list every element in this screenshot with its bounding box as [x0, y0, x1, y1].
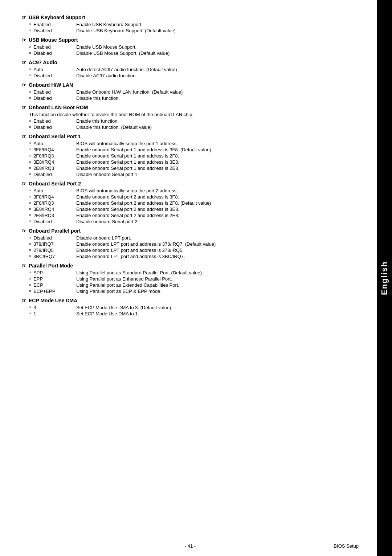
item-value-text: Enable onboard Serial port 2 and address…: [76, 207, 359, 212]
item-value-text: Using Parallel port as Extended Capabili…: [76, 282, 359, 288]
section-arrow-icon: ☞: [22, 60, 26, 65]
item-arrow-icon: »: [29, 124, 31, 129]
item-row: »DisabledDisable onboard Serial port 2.: [29, 219, 359, 224]
item-key: »ECP: [29, 282, 76, 288]
item-row: »DisabledDisable AC97 audio function.: [29, 73, 359, 78]
item-value-text: Enable onboard Serial port 1 and address…: [76, 147, 359, 152]
item-value-text: Enable onboard Serial port 1 and address…: [76, 165, 359, 171]
item-key: »Disabled: [29, 28, 76, 33]
item-arrow-icon: »: [29, 248, 31, 252]
item-key-text: Disabled: [33, 50, 52, 56]
item-row: »EnabledEnable USB Keyboard Support.: [29, 22, 359, 27]
item-key-text: EPP: [33, 276, 43, 282]
item-row: »278/IRQ5Enable onboard LPT port and add…: [29, 248, 359, 253]
section-title-text: ECP Mode Use DMA: [29, 298, 77, 303]
item-arrow-icon: »: [29, 165, 31, 170]
item-key: »2E8/IRQ3: [29, 213, 76, 218]
section-arrow-icon: ☞: [22, 298, 26, 303]
item-value-text: Disable this function. (Default value): [76, 124, 359, 130]
section-desc: This function decide whether to invoke t…: [29, 112, 359, 117]
section-arrow-icon: ☞: [22, 105, 26, 110]
item-row: »3E8/IRQ4Enable onboard Serial port 1 an…: [29, 159, 359, 165]
item-value-text: Set ECP Mode Use DMA to 3. (Default valu…: [76, 305, 359, 310]
section-title-text: Onboard H/W LAN: [29, 82, 73, 88]
item-key-text: 2E8/IRQ3: [33, 213, 54, 218]
item-key-text: 3F8/IRQ4: [33, 194, 54, 200]
item-arrow-icon: »: [29, 141, 31, 145]
item-row: »EnabledEnable USB Mouse Support.: [29, 44, 359, 50]
item-arrow-icon: »: [29, 282, 31, 287]
section-title-ac97-audio: ☞AC97 Audio: [22, 60, 359, 65]
item-value-text: Enable onboard LPT port and address is 3…: [76, 241, 359, 247]
item-arrow-icon: »: [29, 67, 31, 71]
item-key: »Disabled: [29, 235, 76, 241]
item-key-text: 3F8/IRQ4: [33, 147, 54, 152]
item-row: »DisabledDisable USB Keyboard Support. (…: [29, 28, 359, 33]
item-value-text: Disable USB Mouse Support. (Default valu…: [76, 50, 359, 56]
item-key: »3E8/IRQ4: [29, 207, 76, 212]
item-key-text: Enabled: [33, 22, 51, 27]
item-key: »2F8/IRQ3: [29, 153, 76, 159]
item-row: »ECP+EPPUsing Parallel port as ECP & EPP…: [29, 289, 359, 294]
item-row: »DisabledDisable USB Mouse Support. (Def…: [29, 50, 359, 56]
item-key-text: 3BC/IRQ7: [33, 254, 55, 259]
section-title-text: Onboard LAN Boot ROM: [29, 105, 88, 110]
section-title-usb-keyboard: ☞USB Keyboard Support: [22, 15, 359, 20]
item-row: »2F8/IRQ3Enable onboard Serial port 2 an…: [29, 200, 359, 206]
footer: - 41 - BIOS Setup: [22, 541, 359, 549]
section-arrow-icon: ☞: [22, 82, 26, 88]
item-value-text: BIOS will automatically setup the port 1…: [76, 141, 359, 146]
item-key: »2E8/IRQ3: [29, 165, 76, 171]
item-arrow-icon: »: [29, 44, 31, 49]
item-row: »ECPUsing Parallel port as Extended Capa…: [29, 282, 359, 288]
item-key: »Disabled: [29, 73, 76, 78]
item-key: »278/IRQ5: [29, 248, 76, 253]
item-value-text: Using Parallel port as Enhanced Parallel…: [76, 276, 359, 282]
item-key-text: Enabled: [33, 89, 51, 95]
item-arrow-icon: »: [29, 289, 31, 293]
item-arrow-icon: »: [29, 241, 31, 246]
item-key: »3: [29, 305, 76, 310]
section-onboard-lan-boot-rom: ☞Onboard LAN Boot ROMThis function decid…: [22, 105, 359, 130]
item-key: »Disabled: [29, 124, 76, 130]
section-arrow-icon: ☞: [22, 263, 26, 269]
item-key-text: ECP: [33, 282, 43, 288]
item-arrow-icon: »: [29, 305, 31, 309]
item-value-text: Auto detect AC97 audio function. (Defaul…: [76, 67, 359, 72]
item-key-text: Enabled: [33, 118, 51, 124]
item-value-text: Set ECP Mode Use DMA to 1.: [76, 311, 359, 316]
item-row: »3F8/IRQ4Enable onboard Serial port 2 an…: [29, 194, 359, 200]
main-content: ☞USB Keyboard Support»EnabledEnable USB …: [0, 0, 377, 556]
section-title-usb-mouse: ☞USB Mouse Support: [22, 37, 359, 43]
section-arrow-icon: ☞: [22, 181, 26, 187]
section-arrow-icon: ☞: [22, 15, 26, 20]
item-key-text: Disabled: [33, 95, 52, 101]
item-arrow-icon: »: [29, 235, 31, 240]
item-value-text: Enable Onboard H/W LAN function. (Defaul…: [76, 89, 359, 95]
section-onboard-parallel-port: ☞Onboard Parallel port»DisabledDisable o…: [22, 228, 359, 259]
item-key: »3E8/IRQ4: [29, 159, 76, 165]
section-title-text: Onboard Parallel port: [29, 228, 81, 234]
item-row: »2E8/IRQ3Enable onboard Serial port 2 an…: [29, 213, 359, 218]
section-onboard-serial-port-2: ☞Onboard Serial Port 2»AutoBIOS will aut…: [22, 181, 359, 224]
section-title-onboard-hw-lan: ☞Onboard H/W LAN: [22, 82, 359, 88]
item-value-text: Disable onboard Serial port 1.: [76, 172, 359, 177]
section-onboard-serial-port-1: ☞Onboard Serial Port 1»AutoBIOS will aut…: [22, 134, 359, 177]
item-key-text: Disabled: [33, 235, 52, 241]
section-title-onboard-lan-boot-rom: ☞Onboard LAN Boot ROM: [22, 105, 359, 110]
section-title-text: Onboard Serial Port 2: [29, 181, 81, 187]
item-key: »Enabled: [29, 89, 76, 95]
section-title-text: USB Mouse Support: [29, 37, 78, 43]
item-arrow-icon: »: [29, 147, 31, 151]
item-row: »AutoBIOS will automatically setup the p…: [29, 188, 359, 193]
item-row: »378/IRQ7Enable onboard LPT port and add…: [29, 241, 359, 247]
section-title-onboard-serial-port-2: ☞Onboard Serial Port 2: [22, 181, 359, 187]
item-arrow-icon: »: [29, 188, 31, 192]
section-parallel-port-mode: ☞Parallel Port Mode»SPPUsing Parallel po…: [22, 263, 359, 294]
item-key-text: 378/IRQ7: [33, 241, 54, 247]
item-key: »Enabled: [29, 22, 76, 27]
item-value-text: Enable USB Mouse Support.: [76, 44, 359, 50]
item-arrow-icon: »: [29, 270, 31, 274]
item-key-text: Disabled: [33, 28, 52, 33]
item-arrow-icon: »: [29, 254, 31, 258]
